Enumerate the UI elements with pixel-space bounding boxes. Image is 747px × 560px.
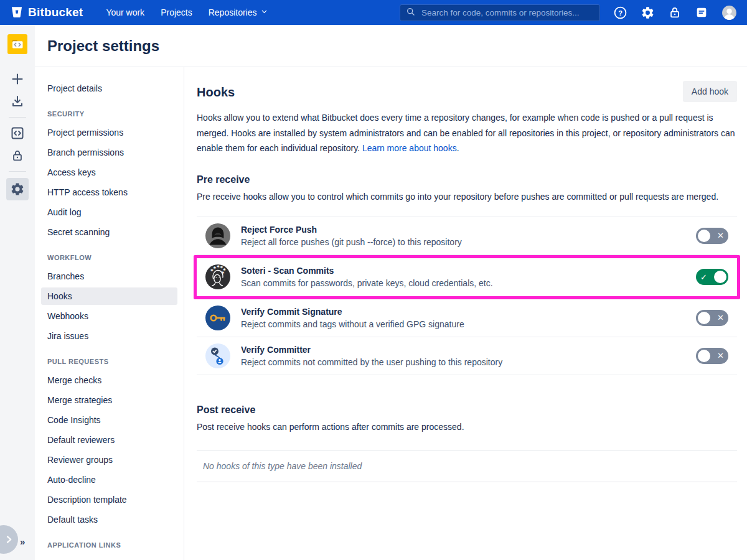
page-header: Project settings (35, 25, 747, 67)
create-icon[interactable] (10, 72, 25, 86)
soteri-avatar: ****** (205, 264, 230, 289)
global-search[interactable] (400, 4, 600, 21)
rail-divider (9, 117, 26, 118)
toggle-verify-commit-signature[interactable]: ✕ (696, 310, 728, 326)
sidebar-item-access-keys[interactable]: Access keys (41, 164, 177, 181)
toggle-verify-committer[interactable]: ✕ (696, 348, 728, 364)
commit-graph-avatar (205, 343, 230, 368)
sidebar-item-branch-permissions[interactable]: Branch permissions (41, 144, 177, 161)
toggle-reject-force-push[interactable]: ✕ (696, 228, 728, 244)
code-icon[interactable] (10, 126, 25, 141)
toggle-knob (714, 271, 726, 283)
sidebar-item-merge-checks[interactable]: Merge checks (41, 371, 177, 389)
sidebar-item-project-links[interactable]: Project links (41, 555, 177, 560)
hooks-intro: Hooks allow you to extend what Bitbucket… (197, 110, 737, 156)
sidebar-item-http-access-tokens[interactable]: HTTP access tokens (41, 184, 177, 201)
search-icon (406, 7, 416, 19)
sidebar-item-code-insights[interactable]: Code Insights (41, 411, 177, 429)
sidebar-item-project-permissions[interactable]: Project permissions (41, 124, 177, 141)
sidebar-item-branches[interactable]: Branches (41, 268, 177, 285)
sidebar-item-hooks[interactable]: Hooks (41, 287, 177, 305)
lock-icon[interactable] (668, 6, 682, 19)
sidebar-item-secret-scanning[interactable]: Secret scanning (41, 223, 177, 241)
sidebar-section-application-links: APPLICATION LINKS (47, 541, 171, 549)
project-avatar[interactable] (7, 34, 27, 54)
hooks-content: Hooks Add hook Hooks allow you to extend… (184, 67, 747, 560)
post-receive-empty-state: No hooks of this type have been installe… (197, 450, 737, 482)
toggle-on-icon: ✓ (698, 273, 710, 281)
rail-divider (9, 171, 26, 172)
hook-name: Verify Commit Signature (241, 307, 464, 317)
hook-name: Reject Force Push (241, 225, 462, 235)
sidebar-item-audit-log[interactable]: Audit log (41, 203, 177, 221)
post-receive-title: Post receive (197, 404, 737, 416)
sidebar-section-security: SECURITY (47, 110, 171, 118)
sidebar-item-description-template[interactable]: Description template (41, 491, 177, 508)
highlight-box: ****** Soteri - Scan Commits Scan commit… (194, 255, 740, 299)
hook-row-reject-force-push: Reject Force Push Reject all force pushe… (197, 217, 737, 255)
sidebar-item-merge-strategies[interactable]: Merge strategies (41, 391, 177, 409)
nav-projects[interactable]: Projects (161, 7, 192, 17)
toggle-soteri-scan-commits[interactable]: ✓ (696, 269, 728, 285)
chevron-down-icon (260, 7, 268, 17)
toggle-off-icon: ✕ (715, 314, 726, 322)
expand-sidebar-icon[interactable]: » (20, 536, 25, 547)
hook-texts: Verify Committer Reject commits not comm… (241, 345, 502, 367)
toggle-knob (698, 230, 710, 242)
bitbucket-bucket-icon (10, 5, 24, 21)
nav-your-work[interactable]: Your work (106, 7, 144, 17)
sidebar-item-default-tasks[interactable]: Default tasks (41, 511, 177, 528)
search-input[interactable] (420, 7, 594, 18)
hook-row-soteri-scan-commits: ****** Soteri - Scan Commits Scan commit… (197, 258, 737, 296)
settings-gear-icon[interactable] (6, 178, 29, 200)
sidebar-item-project-details[interactable]: Project details (41, 80, 177, 97)
hook-name: Verify Committer (241, 345, 502, 355)
sidebar-item-webhooks[interactable]: Webhooks (41, 307, 177, 325)
sidebar-section-pull-requests: PULL REQUESTS (47, 358, 171, 365)
gold-key-avatar (205, 306, 230, 330)
hook-texts: Reject Force Push Reject all force pushe… (241, 225, 462, 247)
toggle-off-icon: ✕ (715, 352, 726, 360)
hook-description: Reject all force pushes (git push --forc… (241, 237, 462, 247)
hook-texts: Verify Commit Signature Reject commits a… (241, 307, 464, 329)
feedback-icon[interactable] (695, 6, 708, 19)
learn-more-link[interactable]: Learn more about hooks (362, 143, 457, 153)
add-hook-button[interactable]: Add hook (683, 81, 737, 102)
toggle-off-icon: ✕ (715, 231, 726, 240)
hook-texts: Soteri - Scan Commits Scan commits for p… (241, 266, 493, 288)
brand-name: Bitbucket (28, 6, 83, 19)
avatar[interactable] (721, 5, 737, 21)
svg-text:*: * (217, 264, 220, 271)
hook-row-verify-committer: Verify Committer Reject commits not comm… (197, 337, 737, 375)
hooks-title: Hooks (197, 85, 235, 100)
hook-description: Scan commits for passwords, private keys… (241, 278, 493, 288)
hook-name: Soteri - Scan Commits (241, 266, 493, 276)
pre-receive-title: Pre receive (197, 174, 737, 185)
nav-repositories[interactable]: Repositories (209, 7, 268, 17)
sidebar-item-auto-decline[interactable]: Auto-decline (41, 471, 177, 488)
sidebar-item-reviewer-groups[interactable]: Reviewer groups (41, 451, 177, 469)
darth-vader-avatar (205, 223, 230, 248)
page-title: Project settings (47, 37, 159, 55)
pre-receive-description: Pre receive hooks allow you to control w… (197, 190, 737, 204)
lock-icon[interactable] (10, 148, 25, 163)
top-navigation: Bitbucket Your work Projects Repositorie… (0, 0, 747, 25)
post-receive-description: Post receive hooks can perform actions a… (197, 420, 737, 434)
clone-icon[interactable] (10, 94, 25, 109)
expand-sidebar-button[interactable] (0, 525, 18, 554)
bitbucket-logo[interactable]: Bitbucket (10, 5, 83, 21)
sidebar-item-jira-issues[interactable]: Jira issues (41, 327, 177, 345)
settings-sidebar: Project details SECURITY Project permiss… (35, 67, 184, 560)
icon-rail: » (0, 25, 35, 560)
gear-icon[interactable] (641, 6, 655, 20)
topnav-right: ? (400, 4, 737, 21)
toggle-knob (698, 312, 710, 324)
pre-receive-hook-list: Reject Force Push Reject all force pushe… (197, 217, 737, 375)
sidebar-item-default-reviewers[interactable]: Default reviewers (41, 431, 177, 449)
svg-text:?: ? (618, 9, 622, 16)
sidebar-section-workflow: WORKFLOW (47, 254, 171, 261)
hook-description: Reject commits and tags without a verifi… (241, 319, 464, 329)
hook-description: Reject commits not committed by the user… (241, 357, 502, 367)
hook-row-verify-commit-signature: Verify Commit Signature Reject commits a… (197, 299, 737, 337)
help-icon[interactable]: ? (613, 6, 627, 20)
